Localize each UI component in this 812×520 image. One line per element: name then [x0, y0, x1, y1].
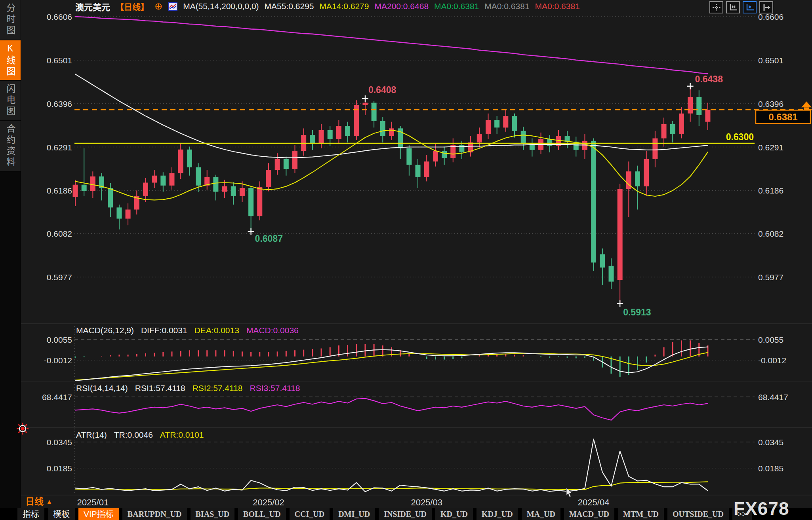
indicator-tab-9[interactable]: KD_UD — [435, 508, 473, 520]
atr-label-1: ATR:0.0101 — [160, 430, 204, 440]
chart-text: 2025/01 — [77, 497, 109, 507]
ma-value-2: MA200:0.6468 — [374, 2, 429, 11]
indicator-tab-5[interactable]: BOLL_UD — [238, 508, 286, 520]
chart-text: 0.0055 — [758, 335, 783, 344]
indicator-tab-2[interactable]: VIP指标 — [78, 508, 119, 520]
chart-text: 0.5977 — [47, 273, 72, 282]
chart-text: 0.0345 — [758, 438, 783, 447]
chart-text: 0.6501 — [47, 56, 72, 65]
indicator-tab-1[interactable]: 模板 — [48, 508, 75, 520]
indicator-tab-13[interactable]: MTM_UD — [618, 508, 664, 520]
ma-value-3: MA0:0.6381 — [434, 2, 479, 11]
chart-text: 0.6300 — [726, 132, 754, 142]
chart-text: 0.6186 — [758, 186, 783, 195]
ma-value-0: MA55:0.6295 — [265, 2, 314, 11]
timeframe-label: 日线 — [25, 496, 44, 507]
chart-text: 0.6438 — [695, 74, 723, 84]
sidebar-item-label: 合约资料 — [4, 124, 17, 168]
chart-canvas[interactable]: 0.66060.66060.65010.65010.63960.63960.62… — [0, 0, 812, 520]
chart-text: 0.6606 — [758, 12, 783, 21]
chart-text: 0.6186 — [47, 186, 72, 195]
ma-settings: MA(55,14,200,0,0,0) — [183, 2, 259, 11]
axis-scale-icon[interactable] — [726, 1, 740, 13]
rsi-label-2: RSI3:57.4118 — [250, 383, 300, 393]
indicator-tab-8[interactable]: INSIDE_UD — [379, 508, 432, 520]
symbol-title: 澳元美元 — [75, 0, 110, 13]
move-crosshair-icon[interactable] — [709, 1, 723, 13]
chart-text: 0.6082 — [47, 229, 72, 238]
ma-values: MA55:0.6295MA14:0.6279MA200:0.6468MA0:0.… — [265, 2, 580, 11]
sidebar-item-1[interactable]: K线图 — [0, 40, 21, 81]
chart-text: 0.0345 — [47, 438, 72, 447]
atr-label-0: TR:0.0046 — [114, 430, 153, 440]
indicator-tab-6[interactable]: CCI_UD — [290, 508, 330, 520]
chart-text: 0.6291 — [47, 143, 72, 152]
indicator-tab-0[interactable]: 指标 — [17, 508, 44, 520]
sidebar-item-label: 闪电图 — [4, 84, 17, 117]
indicator-tab-11[interactable]: MA_UD — [522, 508, 560, 520]
macd-title: MACD(26,12,9) — [76, 326, 134, 335]
sidebar-item-label: K线图 — [4, 43, 17, 78]
indicator-tab-7[interactable]: DMI_UD — [333, 508, 375, 520]
rsi-values: RSI1:57.4118RSI2:57.4118RSI3:57.4118 — [135, 383, 300, 393]
macd-header-row: MACD(26,12,9) DIFF:0.0031DEA:0.0013MACD:… — [76, 325, 299, 336]
watermark: FX678 — [734, 498, 789, 519]
rsi-header-row: RSI(14,14,14) RSI1:57.4118RSI2:57.4118RS… — [76, 383, 300, 393]
chart-text: -0.0012 — [758, 356, 786, 365]
axis-play-icon[interactable] — [743, 1, 757, 13]
chart-text: 0.6087 — [255, 233, 283, 244]
indicator-tab-10[interactable]: KDJ_UD — [477, 508, 518, 520]
ma-value-1: MA14:0.6279 — [320, 2, 369, 11]
chart-text: 0.0055 — [47, 335, 72, 344]
sidebar-item-3[interactable]: 合约资料 — [0, 121, 21, 172]
ma-value-4: MA0:0.6381 — [484, 2, 529, 11]
chart-text: 0.6291 — [758, 143, 783, 152]
chart-text: 2025/04 — [578, 497, 610, 507]
chart-text: 0.6396 — [758, 99, 783, 108]
rsi-title: RSI(14,14,14) — [76, 383, 128, 393]
chart-text: 0.6082 — [758, 229, 783, 238]
chart-text: 0.0185 — [758, 464, 783, 473]
sidebar-item-0[interactable]: 分时图 — [0, 0, 21, 40]
ma-value-5: MA0:0.6381 — [535, 2, 580, 11]
chart-text: 2025/02 — [253, 497, 284, 507]
chart-text: 0.6606 — [47, 12, 72, 21]
atr-header-row: ATR(14) TR:0.0046ATR:0.0101 — [76, 430, 204, 440]
indicator-tab-14[interactable]: OUTSIDE_UD — [667, 508, 729, 520]
rsi-label-0: RSI1:57.4118 — [135, 383, 185, 393]
macd-label-1: DEA:0.0013 — [194, 326, 239, 335]
trading-app-window: 0.66060.66060.65010.65010.63960.63960.62… — [0, 0, 812, 520]
chart-text: 0.5977 — [758, 273, 783, 282]
mini-chart-icon[interactable] — [168, 2, 177, 11]
indicator-tab-3[interactable]: BARUPDN_UD — [122, 508, 187, 520]
chart-text: 68.4417 — [42, 393, 72, 402]
timeframe-selector[interactable]: 日线 ▲ — [25, 496, 52, 507]
macd-label-0: DIFF:0.0031 — [141, 326, 187, 335]
macd-label-2: MACD:0.0036 — [246, 326, 299, 335]
chart-text: 68.4417 — [758, 393, 788, 402]
macd-values: DIFF:0.0031DEA:0.0013MACD:0.0036 — [141, 326, 299, 335]
chart-text: 2025/03 — [411, 497, 442, 507]
period-tag: 【日线】 — [116, 0, 149, 12]
chart-text: 0.6501 — [758, 56, 783, 65]
circle-plus-icon[interactable]: ⊕ — [154, 2, 162, 11]
chart-text: 0.0185 — [47, 464, 72, 473]
timeframe-caret-icon: ▲ — [46, 498, 52, 505]
rsi-label-1: RSI2:57.4118 — [193, 383, 243, 393]
shift-right-icon[interactable] — [759, 1, 773, 13]
sidebar-item-2[interactable]: 闪电图 — [0, 81, 21, 121]
alert-sun-icon[interactable] — [17, 423, 29, 436]
chart-text: 0.5913 — [623, 307, 651, 317]
chart-text: 0.6396 — [47, 99, 72, 108]
indicator-tab-12[interactable]: MACD_UD — [564, 508, 614, 520]
chart-toolbar — [709, 1, 773, 13]
atr-title: ATR(14) — [76, 430, 107, 440]
sidebar-item-label: 分时图 — [4, 3, 17, 36]
indicator-tab-bar: 指标模板VIP指标BARUPDN_UDBIAS_UDBOLL_UDCCI_UDD… — [0, 508, 812, 520]
chart-header: 澳元美元 【日线】 ⊕ MA(55,14,200,0,0,0) MA55:0.6… — [75, 0, 580, 12]
chart-text: 0.6381 — [768, 112, 797, 122]
atr-values: TR:0.0046ATR:0.0101 — [114, 430, 204, 440]
chart-text: 0.6408 — [368, 85, 396, 95]
indicator-tab-4[interactable]: BIAS_UD — [191, 508, 235, 520]
chart-text: -0.0012 — [44, 356, 72, 365]
